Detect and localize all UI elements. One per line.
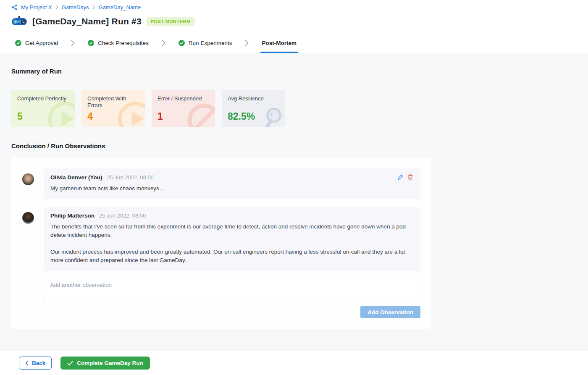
summary-heading: Summary of Run [11,68,577,75]
comment-row: Philip Matterson 25 Jun 2022, 08:00 The … [22,207,420,271]
card-completed-with-errors: Completed With Errors 4 [81,90,145,127]
comment-bubble: Olivia Denver (You) 25 Jun 2022, 08:00 M… [44,168,420,199]
chevron-right-icon [233,33,260,53]
step-label: Check Prerequisites [98,40,149,46]
chevron-left-icon [25,360,29,366]
summary-cards: Completed Perfectly 5 Completed With Err… [11,90,577,127]
step-label: Get Approval [25,40,58,46]
add-observation-button[interactable]: Add Observation [360,306,420,318]
delete-icon[interactable] [407,174,414,181]
observations-heading: Conclusion / Run Observations [11,142,577,149]
chevron-right-icon [59,33,87,53]
breadcrumb-item-gamedays[interactable]: GameDays [62,4,89,10]
step-check-prerequisites[interactable]: Check Prerequisites [87,33,150,53]
card-label: Completed Perfectly [17,95,69,102]
status-badge: POST-MORTERM [147,17,195,26]
main-content: Summary of Run Completed Perfectly 5 Com… [0,53,588,351]
comment-row: Olivia Denver (You) 25 Jun 2022, 08:00 M… [22,168,420,199]
page-title: [GameDay_Name] Run #3 [32,16,142,26]
avatar [22,173,34,185]
comment-bubble: Philip Matterson 25 Jun 2022, 08:00 The … [44,207,420,271]
card-completed-perfectly: Completed Perfectly 5 [11,90,75,127]
breadcrumb: My Project X GameDays GameDay_Name [11,4,588,10]
card-value: 82.5% [228,112,279,121]
step-label: Run Experiments [189,40,232,46]
share-icon [11,4,18,10]
chevron-right-icon [150,33,177,53]
observations-panel: Olivia Denver (You) 25 Jun 2022, 08:00 M… [11,157,431,329]
comment-author: Philip Matterson [50,212,94,219]
title-row: [GameDay_Name] Run #3 POST-MORTERM [11,16,588,27]
back-button[interactable]: Back [19,357,52,370]
complete-gameday-run-button[interactable]: Complete GameDay Run [60,357,150,370]
step-label: Post-Mortem [262,40,297,46]
tab-post-mortem[interactable]: Post-Mortem [260,33,298,53]
check-circle-icon [178,40,185,46]
step-run-experiments[interactable]: Run Experiments [177,33,234,53]
complete-button-label: Complete GameDay Run [77,360,143,366]
breadcrumb-item-project[interactable]: My Project X [21,4,52,10]
card-label: Avg Resilience [228,95,279,102]
comment-timestamp: 25 Jun 2022, 08:00 [99,212,146,219]
step-get-approval[interactable]: Get Approval [14,33,59,53]
footer: Back Complete GameDay Run [0,351,588,375]
check-circle-icon [88,40,94,46]
back-button-label: Back [32,360,45,366]
card-label: Error / Suspended [158,95,209,102]
gameday-run-page: My Project X GameDays GameDay_Name [Game… [0,0,588,375]
check-icon [67,361,73,366]
comment-timestamp: 25 Jun 2022, 08:00 [107,174,154,181]
card-label: Completed With Errors [87,95,139,109]
card-value: 4 [87,112,139,121]
card-avg-resilience: Avg Resilience 82.5% [222,90,285,127]
card-value: 1 [158,112,209,121]
gamepad-icon [11,16,27,27]
comment-author: Olivia Denver (You) [50,174,102,181]
comment-text: Our incident process has improved and be… [50,248,414,265]
header: My Project X GameDays GameDay_Name [Game… [0,0,588,27]
check-circle-icon [15,40,21,46]
comment-text: The benefits that I've seen so far from … [50,223,414,239]
card-value: 5 [17,112,69,121]
breadcrumb-item-gameday-name[interactable]: GameDay_Name [99,4,141,10]
avatar [22,212,34,224]
comment-text: My gamerun team acts like chaos monkeys.… [50,184,414,193]
edit-icon[interactable] [397,174,404,181]
observation-input[interactable] [44,277,421,301]
chevron-right-icon [92,5,95,10]
card-error-suspended: Error / Suspended 1 [152,90,215,127]
chevron-right-icon [55,5,58,10]
stepper: Get Approval Check Prerequisites Run Exp… [0,33,588,53]
